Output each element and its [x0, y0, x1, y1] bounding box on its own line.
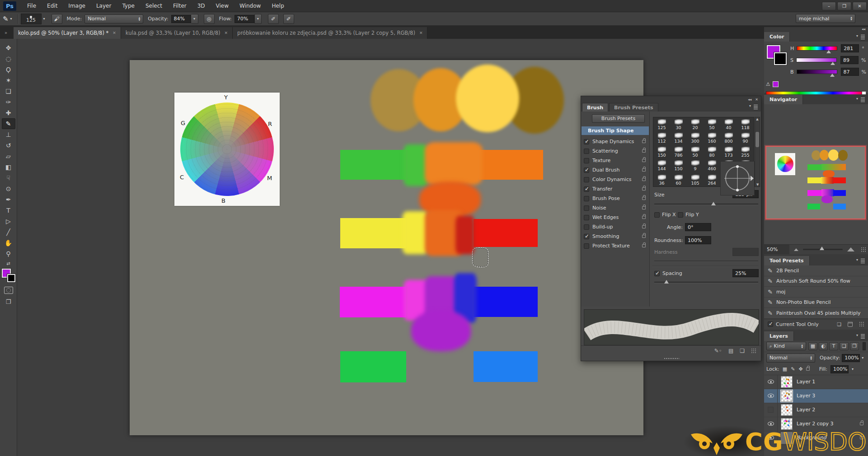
- visibility-toggle[interactable]: [764, 417, 778, 431]
- brush-option-scattering[interactable]: Scattering: [581, 146, 649, 156]
- flip-x-checkbox[interactable]: Flip X: [654, 212, 676, 218]
- new-brush-icon[interactable]: ❏: [740, 348, 745, 354]
- roundness-field[interactable]: 100%: [685, 236, 711, 244]
- saturation-slider[interactable]: [796, 58, 837, 62]
- pressure-opacity-button[interactable]: ◎: [204, 14, 215, 24]
- brush-tip-cell[interactable]: 160: [704, 131, 720, 144]
- lasso-tool[interactable]: Ϙ: [2, 64, 15, 75]
- lock-icon[interactable]: [642, 235, 646, 238]
- dodge-tool[interactable]: ⊙: [2, 183, 15, 194]
- brush-option-smoothing[interactable]: Smoothing: [581, 232, 649, 241]
- close-button[interactable]: ✕: [853, 2, 867, 10]
- document-tab[interactable]: próbkowanie koloru ze zdjęcia.psd @ 33,3…: [233, 27, 427, 39]
- filter-shape-layers-icon[interactable]: ❏: [840, 342, 849, 350]
- brush-option-wet-edges[interactable]: Wet Edges: [581, 213, 649, 222]
- checkbox[interactable]: [584, 177, 589, 182]
- lock-position-icon[interactable]: ✥: [798, 366, 802, 372]
- checkbox[interactable]: [584, 215, 589, 220]
- visibility-toggle[interactable]: [764, 403, 778, 417]
- chevron-down-icon[interactable]: ▾: [852, 367, 854, 371]
- lock-icon[interactable]: [642, 225, 646, 228]
- zoom-in-icon[interactable]: [847, 247, 854, 251]
- layer-blend-mode-dropdown[interactable]: Normal: [766, 354, 815, 363]
- brush-tip-shape-item[interactable]: Brush Tip Shape: [582, 126, 649, 135]
- tab-overflow-icon[interactable]: »: [0, 27, 14, 39]
- brush-option-protect-texture[interactable]: Protect Texture: [581, 241, 649, 251]
- collapse-panel-icon[interactable]: ◂◂: [748, 98, 751, 102]
- marquee-tool[interactable]: ◌: [2, 53, 15, 64]
- brush-presets-button[interactable]: Brush Presets: [592, 114, 645, 123]
- document-tab[interactable]: kula.psd @ 33,3% (Layer 10, RGB/8)✕: [121, 27, 233, 39]
- workspace-switcher[interactable]: moje michal: [796, 14, 855, 23]
- brush-tip-cell[interactable]: 255: [737, 144, 754, 158]
- brightness-field[interactable]: 87: [841, 68, 859, 76]
- new-preset-icon[interactable]: ❏: [837, 321, 841, 327]
- flow-field[interactable]: 70%: [235, 15, 254, 23]
- chevron-down-icon[interactable]: ▾: [862, 356, 863, 360]
- quick-mask-button[interactable]: [4, 287, 13, 294]
- checkbox[interactable]: [584, 139, 589, 144]
- move-tool[interactable]: ✥: [2, 42, 15, 53]
- hand-tool[interactable]: ✋: [2, 237, 15, 248]
- crop-tool[interactable]: ❏: [2, 86, 15, 97]
- brush-option-brush-pose[interactable]: Brush Pose: [581, 194, 649, 203]
- lock-pixels-icon[interactable]: ✎: [791, 366, 795, 372]
- navigator-zoom-field[interactable]: 50%: [764, 245, 789, 254]
- panel-drag-handle[interactable]: [664, 358, 679, 360]
- checkbox[interactable]: [584, 234, 589, 239]
- opacity-field[interactable]: 84%: [171, 15, 191, 23]
- checkbox[interactable]: [584, 186, 589, 192]
- brush-tip-cell[interactable]: 300: [687, 131, 704, 144]
- close-icon[interactable]: ✕: [225, 31, 228, 35]
- brush-tip-cell[interactable]: 9: [687, 158, 704, 172]
- resize-grip[interactable]: [859, 321, 864, 327]
- filter-smart-objects-icon[interactable]: ❐: [850, 342, 859, 350]
- hue-field[interactable]: 281: [841, 44, 859, 52]
- resize-grip[interactable]: [751, 348, 756, 354]
- menu-item[interactable]: Type: [117, 0, 140, 12]
- brush-tip-cell[interactable]: 460: [704, 158, 720, 172]
- tool-preset-item[interactable]: ✎ Paintbrush Oval 45 pixels Multiply: [764, 308, 868, 319]
- saturation-field[interactable]: 89: [840, 56, 859, 64]
- brush-tip-cell[interactable]: 30: [670, 117, 687, 131]
- zoom-tool[interactable]: ⚲: [2, 248, 15, 259]
- layer-row[interactable]: Background: [764, 431, 868, 445]
- menu-item[interactable]: Filter: [168, 0, 192, 12]
- navigator-view-box[interactable]: [765, 146, 866, 219]
- menu-item[interactable]: View: [211, 0, 234, 12]
- brightness-slider[interactable]: [797, 70, 837, 74]
- brush-panel-tab[interactable]: Brush: [582, 103, 608, 112]
- menu-item[interactable]: File: [22, 0, 42, 12]
- menu-item[interactable]: Image: [63, 0, 91, 12]
- pressure-size-button[interactable]: ✐: [283, 14, 294, 24]
- panel-menu-icon[interactable]: [857, 334, 865, 339]
- brush-tip-cell[interactable]: 144: [653, 158, 670, 172]
- screen-mode-button[interactable]: ❐: [6, 298, 11, 305]
- tool-preset-item[interactable]: ✎ 2B Pencil: [764, 265, 868, 276]
- lock-icon[interactable]: [642, 216, 646, 219]
- brush-tip-cell[interactable]: 80: [704, 144, 720, 158]
- angle-field[interactable]: 0°: [685, 223, 711, 231]
- filter-pixel-layers-icon[interactable]: ▦: [808, 342, 817, 350]
- collapse-dock-icon[interactable]: ◂◂: [764, 27, 868, 32]
- flow-dropdown-arrow[interactable]: ▾: [254, 14, 262, 24]
- tab-color[interactable]: Color: [764, 32, 790, 42]
- brush-tip-cell[interactable]: 50: [687, 144, 704, 158]
- menu-item[interactable]: Help: [266, 0, 289, 12]
- menu-item[interactable]: 3D: [192, 0, 211, 12]
- toggle-brush-panel-button[interactable]: 🖌︎: [52, 14, 62, 24]
- checkbox[interactable]: [584, 243, 589, 249]
- chevron-down-icon[interactable]: ▾: [43, 17, 45, 21]
- menu-item[interactable]: Edit: [42, 0, 63, 12]
- pen-tool[interactable]: ✒: [2, 194, 15, 205]
- current-tool-only-checkbox[interactable]: [768, 321, 773, 327]
- brush-tip-cell[interactable]: 90: [737, 131, 754, 144]
- checkbox[interactable]: [584, 224, 589, 230]
- background-color-swatch[interactable]: [774, 52, 787, 65]
- resize-grip[interactable]: [861, 247, 866, 252]
- brush-tool[interactable]: ✎: [2, 118, 15, 129]
- brush-tip-cell[interactable]: 40: [720, 117, 737, 131]
- texture-icon[interactable]: ▤: [728, 348, 733, 354]
- restore-button[interactable]: ❐: [837, 2, 851, 10]
- type-tool[interactable]: T: [2, 205, 15, 216]
